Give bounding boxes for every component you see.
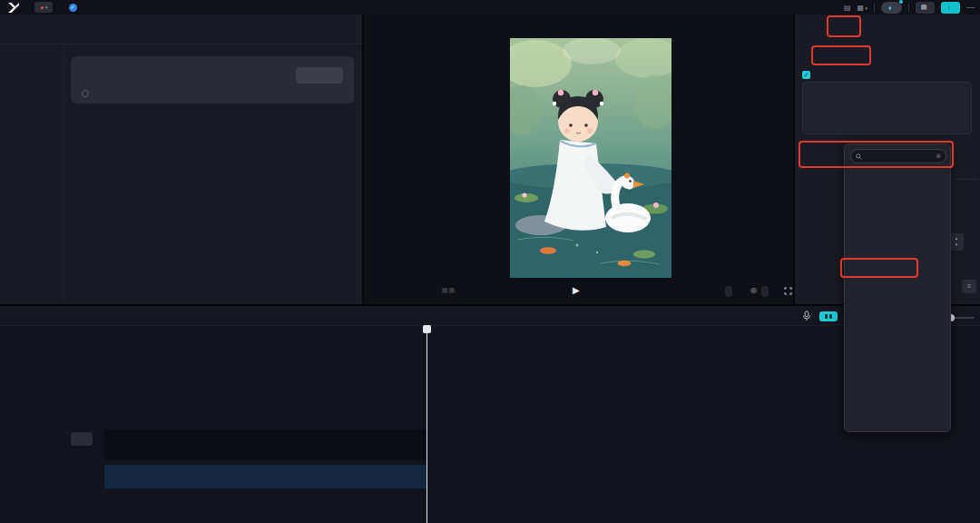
quality-button[interactable] (725, 286, 732, 297)
marker-toggle[interactable] (819, 311, 838, 321)
preview-image (510, 38, 671, 278)
video-thumbnails[interactable] (104, 429, 427, 459)
chevron-down-icon: ▾ (45, 5, 48, 10)
ribbon-tabs (0, 15, 362, 44)
annotation-text-tab (827, 15, 861, 37)
text-sidebar (0, 45, 64, 304)
timeline-panel (0, 306, 980, 523)
divider (908, 4, 909, 12)
playhead-line[interactable] (426, 325, 427, 523)
app-logo (7, 3, 24, 13)
export-icon: ↑ (947, 4, 951, 12)
review-icon: ▤ (921, 4, 927, 11)
timeline-ruler[interactable] (0, 326, 980, 338)
menu-notification-dot (41, 6, 44, 9)
start-using-button[interactable] (296, 67, 343, 84)
top-bar: ▾ ✓ ▤ ▦ ▾ ♦ ▤ ↑ — (0, 0, 980, 15)
play-button[interactable]: ▶ (573, 285, 580, 295)
player-controls: ▤▤ ▶ ◎ (364, 284, 793, 301)
radio-icon (82, 90, 89, 97)
app-window: ▾ ✓ ▤ ▦ ▾ ♦ ▤ ↑ — (0, 0, 980, 523)
alignment-button[interactable]: ≡ (962, 280, 976, 293)
microphone-icon[interactable] (802, 311, 811, 321)
annotation-selected-font (840, 258, 918, 278)
review-button[interactable]: ▤ (916, 2, 936, 14)
letter-spacing-stepper[interactable]: ▲▼ (949, 233, 964, 251)
frame-view-icons[interactable]: ▤▤ (442, 287, 456, 294)
fullscreen-icon[interactable] (784, 287, 792, 295)
export-button[interactable]: ↑ (941, 2, 960, 14)
diamond-icon: ♦ (888, 5, 892, 11)
audio-clip[interactable] (104, 465, 427, 488)
video-clip-labels[interactable] (104, 421, 427, 429)
preview-canvas[interactable] (510, 38, 671, 278)
svip-notification-dot (899, 0, 903, 4)
minimize-button[interactable]: — (966, 3, 975, 12)
annotation-font-field (799, 141, 954, 168)
layout-grid-icon[interactable]: ▦ ▾ (858, 4, 867, 12)
audio-waveform (104, 469, 427, 488)
divider (874, 4, 875, 12)
autosave-status: ✓ (69, 4, 81, 12)
text-content-input[interactable] (802, 82, 972, 134)
logo-icon (7, 3, 20, 13)
checkbox-checked-icon: ✓ (802, 71, 810, 79)
divider (955, 179, 978, 180)
layout-panel-icon[interactable]: ▤ (844, 4, 851, 12)
svip-button[interactable]: ♦ (881, 2, 902, 14)
doc-match-card (71, 56, 354, 104)
cloud-sync-icon: ✓ (69, 4, 77, 12)
player-panel: ▤▤ ▶ ◎ (364, 15, 793, 304)
font-dropdown: ⊗ (844, 143, 951, 432)
annotation-basic-subtab (811, 45, 871, 65)
clear-subtitles-option[interactable] (82, 90, 93, 97)
apply-all-option[interactable]: ✓ (802, 71, 814, 79)
menu-button[interactable]: ▾ (34, 2, 53, 13)
focus-icon[interactable]: ◎ (750, 286, 757, 294)
ratio-button[interactable] (761, 286, 769, 297)
cover-button[interactable] (71, 432, 93, 446)
left-panel (0, 15, 362, 304)
